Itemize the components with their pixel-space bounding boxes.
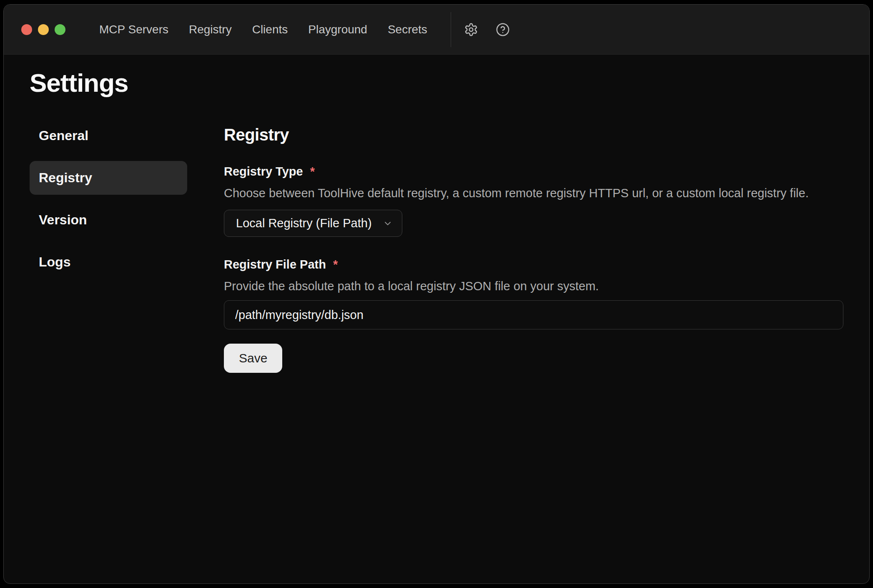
main-nav: MCP Servers Registry Clients Playground … (99, 23, 427, 36)
registry-file-path-description: Provide the absolute path to a local reg… (224, 279, 843, 294)
registry-type-label-row: Registry Type * (224, 164, 843, 179)
sidebar-item-registry[interactable]: Registry (30, 161, 187, 195)
section-title: Registry (224, 125, 843, 145)
page-title: Settings (30, 68, 128, 98)
titlebar-icons (463, 21, 511, 38)
settings-button[interactable] (463, 21, 479, 38)
app-window: MCP Servers Registry Clients Playground … (3, 4, 870, 584)
registry-type-selected-value: Local Registry (File Path) (236, 216, 372, 230)
nav-item-mcp-servers[interactable]: MCP Servers (99, 23, 168, 36)
registry-type-description: Choose between ToolHive default registry… (224, 186, 843, 201)
sidebar-item-logs[interactable]: Logs (30, 245, 187, 279)
zoom-window-button[interactable] (55, 24, 65, 35)
sidebar-item-version[interactable]: Version (30, 203, 187, 237)
close-window-button[interactable] (21, 24, 32, 35)
sidebar-item-general[interactable]: General (30, 119, 187, 153)
registry-settings-panel: Registry Registry Type * Choose between … (224, 125, 843, 373)
registry-type-label: Registry Type (224, 164, 303, 179)
required-asterisk: * (333, 258, 338, 271)
help-icon (496, 23, 510, 37)
titlebar: MCP Servers Registry Clients Playground … (4, 5, 869, 55)
save-button[interactable]: Save (224, 344, 282, 373)
window-controls (21, 24, 65, 35)
nav-item-clients[interactable]: Clients (252, 23, 288, 36)
chevron-down-icon (383, 219, 393, 229)
help-button[interactable] (494, 21, 511, 38)
gear-icon (464, 23, 478, 37)
nav-item-playground[interactable]: Playground (308, 23, 367, 36)
registry-file-path-label: Registry File Path (224, 257, 326, 272)
minimize-window-button[interactable] (38, 24, 49, 35)
settings-sidebar: General Registry Version Logs (30, 119, 187, 279)
registry-type-select[interactable]: Local Registry (File Path) (224, 210, 402, 237)
registry-file-path-input[interactable] (224, 300, 843, 329)
titlebar-divider (451, 12, 451, 47)
nav-item-secrets[interactable]: Secrets (388, 23, 427, 36)
registry-file-path-label-row: Registry File Path * (224, 257, 843, 272)
required-asterisk: * (310, 165, 315, 178)
nav-item-registry[interactable]: Registry (189, 23, 232, 36)
